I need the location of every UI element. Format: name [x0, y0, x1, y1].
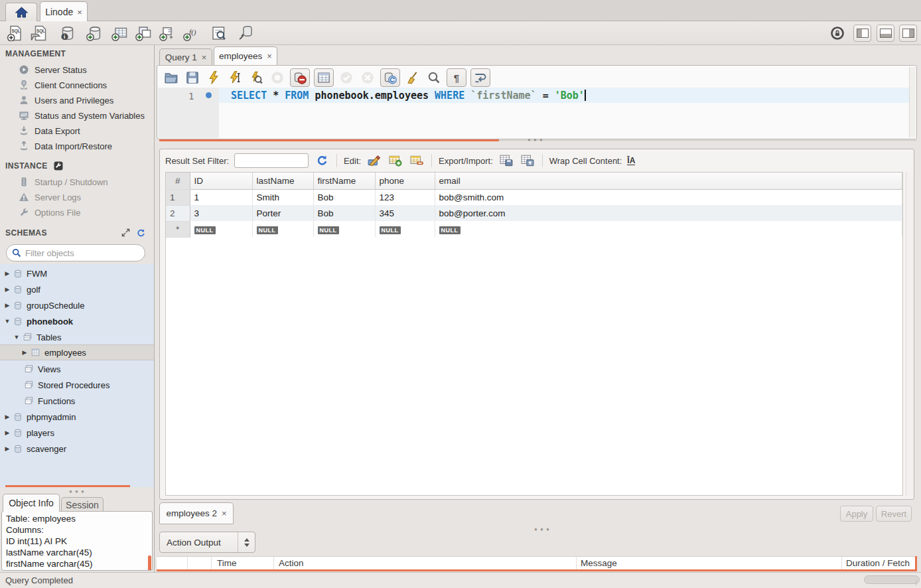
find-button[interactable] [425, 69, 443, 86]
null-badge[interactable]: NULL [380, 226, 401, 234]
chevron-right-icon[interactable]: ▶ [4, 286, 11, 293]
open-sql-script-button[interactable]: SQL [29, 24, 48, 42]
edit-record-button[interactable] [366, 153, 382, 168]
tree-node-stored-procedures[interactable]: Stored Procedures [0, 377, 155, 393]
cell[interactable]: 1 [190, 189, 252, 205]
output-type-select[interactable]: Action Output [159, 532, 255, 553]
close-icon[interactable]: × [202, 52, 207, 62]
resize-grip[interactable]: ⋮⋮ [913, 579, 921, 586]
apply-button[interactable]: Apply [840, 506, 873, 522]
sidebar-item-options-file[interactable]: Options File [19, 205, 151, 220]
col-header-email[interactable]: email [435, 173, 902, 189]
cell[interactable]: Bob [313, 205, 375, 221]
schema-inspector-button[interactable]: i [58, 24, 77, 42]
output-col-message[interactable]: Message [581, 558, 617, 568]
sidebar-item-startup-shutdown[interactable]: Startup / Shutdown [19, 175, 151, 189]
sidebar-item-data-export[interactable]: Data Export [19, 123, 151, 138]
refresh-icon[interactable] [314, 153, 330, 168]
create-schema-button[interactable] [85, 24, 104, 42]
stop-on-error-toggle[interactable] [290, 68, 310, 87]
col-header-rownum[interactable]: # [166, 173, 190, 189]
horizontal-scrollbar-thumb[interactable] [864, 575, 920, 584]
create-view-button[interactable] [134, 24, 153, 42]
chevron-down-icon[interactable]: ▼ [4, 318, 11, 325]
tree-node-scavenger[interactable]: ▶ scavenger [0, 441, 155, 457]
toggle-secondary-sidebar-button[interactable] [899, 25, 917, 42]
splitter-grip[interactable]: ● ● ● [534, 526, 550, 532]
revert-button[interactable]: Revert [876, 506, 912, 522]
chevron-right-icon[interactable]: ▶ [21, 349, 28, 356]
cell[interactable]: bob@porter.com [435, 205, 902, 221]
add-row-button[interactable] [388, 153, 403, 168]
tree-node-tables[interactable]: ▼ Tables [0, 329, 155, 345]
output-col-duration[interactable]: Duration / Fetch [846, 558, 910, 568]
reconnect-dbms-button[interactable] [236, 24, 255, 42]
chevron-right-icon[interactable]: ▶ [4, 270, 11, 277]
null-badge[interactable]: NULL [318, 226, 339, 234]
create-function-button[interactable]: f() [182, 24, 200, 42]
tree-node-golf[interactable]: ▶ golf [0, 281, 155, 297]
open-file-button[interactable] [163, 69, 180, 86]
result-set-filter-input[interactable] [234, 153, 309, 168]
save-file-button[interactable] [184, 69, 201, 86]
col-header-lastname[interactable]: lastName [252, 173, 313, 189]
execute-button[interactable] [205, 69, 222, 86]
cell[interactable]: bob@smith.com [435, 189, 902, 205]
tree-node-fwm[interactable]: ▶ FWM [0, 265, 155, 281]
cell[interactable]: Bob [313, 189, 375, 205]
splitter-grip[interactable]: ● ● ● [69, 488, 85, 494]
col-header-firstname[interactable]: firstName [313, 173, 375, 189]
col-header-phone[interactable]: phone [375, 173, 435, 189]
current-line-highlight[interactable]: SELECT * FROM phonebook.employees WHERE … [219, 88, 909, 103]
limit-rows-toggle[interactable] [314, 68, 334, 87]
toggle-output-area-button[interactable] [877, 25, 894, 42]
tree-node-phonebook[interactable]: ▼ phonebook [0, 313, 155, 329]
home-tab[interactable] [5, 3, 37, 21]
close-icon[interactable]: × [267, 51, 272, 61]
tab-object-info[interactable]: Object Info [3, 494, 60, 512]
sidebar-item-server-logs[interactable]: Server Logs [19, 190, 151, 204]
sidebar-item-users-privileges[interactable]: Users and Privileges [19, 93, 151, 108]
cell[interactable]: 3 [190, 205, 252, 221]
sidebar-item-client-connections[interactable]: Client Connections [19, 78, 151, 92]
sidebar-item-status-system-variables[interactable]: Status and System Variables [19, 108, 151, 123]
grid-null-row[interactable]: * NULL NULL NULL NULL NULL [166, 221, 902, 237]
tree-node-functions[interactable]: Functions [0, 393, 155, 409]
wrap-cell-content-toggle[interactable]: ĪA [627, 157, 635, 165]
cell[interactable]: Porter [252, 205, 313, 221]
close-icon[interactable]: × [77, 7, 82, 17]
editor-result-splitter[interactable] [159, 139, 499, 141]
grid-row-1[interactable]: 1 1 Smith Bob 123 bob@smith.com [166, 189, 902, 205]
editor-scrollbar[interactable] [909, 67, 916, 137]
tab-session[interactable]: Session [61, 497, 104, 512]
autocommit-toggle[interactable] [380, 68, 400, 87]
expand-schemas-icon[interactable] [121, 228, 130, 237]
tab-employees[interactable]: employees × [214, 46, 277, 65]
chevron-right-icon[interactable]: ▶ [4, 445, 11, 452]
export-recordset-button[interactable] [498, 153, 514, 168]
result-grid-scrollbar[interactable] [906, 172, 913, 496]
search-data-button[interactable] [210, 24, 228, 42]
output-col-time[interactable]: Time [217, 558, 237, 568]
wrap-text-toggle[interactable] [470, 68, 490, 87]
invisibles-toggle[interactable]: ¶ [447, 68, 466, 87]
cell[interactable]: 345 [375, 205, 435, 221]
tree-node-views[interactable]: Views [0, 361, 155, 377]
sidebar-splitter[interactable] [5, 485, 130, 487]
beautify-button[interactable] [404, 69, 421, 86]
new-sql-tab-button[interactable]: SQL [5, 24, 24, 42]
toggle-sidebar-button[interactable] [853, 25, 871, 42]
create-table-button[interactable] [110, 24, 129, 42]
sidebar-item-data-import[interactable]: Data Import/Restore [19, 139, 151, 153]
chevron-right-icon[interactable]: ▶ [4, 413, 11, 420]
chevron-right-icon[interactable]: ▶ [4, 302, 11, 309]
sql-statement[interactable]: SELECT * FROM phonebook.employees WHERE … [231, 90, 586, 102]
chevron-down-icon[interactable]: ▼ [13, 334, 20, 340]
sidebar-item-server-status[interactable]: Server Status [19, 62, 151, 77]
tab-query-1[interactable]: Query 1 × [159, 48, 212, 65]
execute-current-button[interactable] [226, 69, 244, 86]
cell[interactable]: 123 [375, 189, 435, 205]
refresh-schemas-icon[interactable] [136, 228, 145, 238]
connection-tab-linode[interactable]: Linode × [40, 1, 88, 22]
close-icon[interactable]: × [222, 508, 227, 518]
